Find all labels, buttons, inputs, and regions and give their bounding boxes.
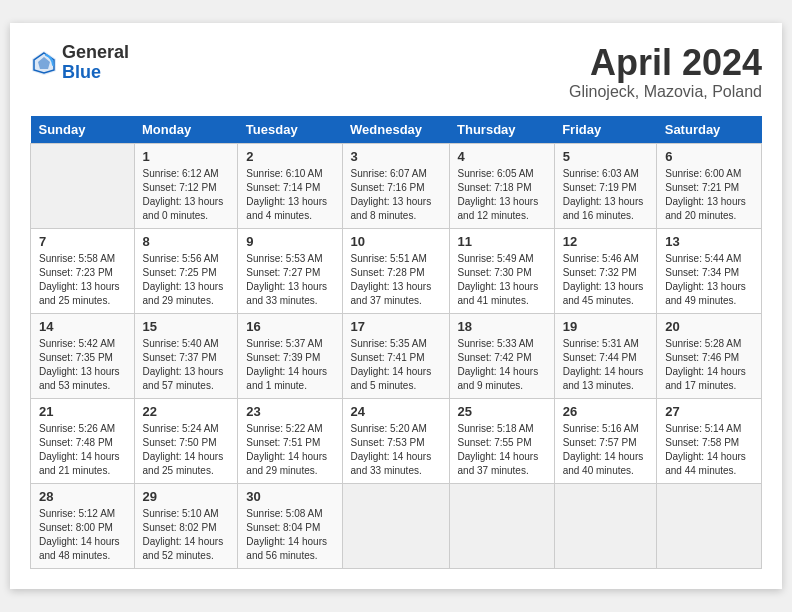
calendar-cell: 20Sunrise: 5:28 AMSunset: 7:46 PMDayligh…: [657, 313, 762, 398]
day-info: Sunrise: 5:58 AMSunset: 7:23 PMDaylight:…: [39, 252, 126, 308]
day-info: Sunrise: 5:35 AMSunset: 7:41 PMDaylight:…: [351, 337, 441, 393]
weekday-header-thursday: Thursday: [449, 116, 554, 144]
day-info: Sunrise: 5:14 AMSunset: 7:58 PMDaylight:…: [665, 422, 753, 478]
day-number: 13: [665, 234, 753, 249]
calendar-cell: 7Sunrise: 5:58 AMSunset: 7:23 PMDaylight…: [31, 228, 135, 313]
calendar-cell: 2Sunrise: 6:10 AMSunset: 7:14 PMDaylight…: [238, 143, 342, 228]
calendar-cell: 24Sunrise: 5:20 AMSunset: 7:53 PMDayligh…: [342, 398, 449, 483]
calendar-cell: 21Sunrise: 5:26 AMSunset: 7:48 PMDayligh…: [31, 398, 135, 483]
day-number: 18: [458, 319, 546, 334]
day-info: Sunrise: 5:24 AMSunset: 7:50 PMDaylight:…: [143, 422, 230, 478]
calendar-cell: 23Sunrise: 5:22 AMSunset: 7:51 PMDayligh…: [238, 398, 342, 483]
calendar-table: SundayMondayTuesdayWednesdayThursdayFrid…: [30, 116, 762, 569]
day-number: 20: [665, 319, 753, 334]
day-info: Sunrise: 5:40 AMSunset: 7:37 PMDaylight:…: [143, 337, 230, 393]
calendar-cell: 5Sunrise: 6:03 AMSunset: 7:19 PMDaylight…: [554, 143, 657, 228]
day-info: Sunrise: 5:33 AMSunset: 7:42 PMDaylight:…: [458, 337, 546, 393]
weekday-header-wednesday: Wednesday: [342, 116, 449, 144]
calendar-cell: 27Sunrise: 5:14 AMSunset: 7:58 PMDayligh…: [657, 398, 762, 483]
day-info: Sunrise: 5:56 AMSunset: 7:25 PMDaylight:…: [143, 252, 230, 308]
header-section: General Blue April 2024 Glinojeck, Mazov…: [30, 43, 762, 101]
day-info: Sunrise: 5:20 AMSunset: 7:53 PMDaylight:…: [351, 422, 441, 478]
day-info: Sunrise: 5:51 AMSunset: 7:28 PMDaylight:…: [351, 252, 441, 308]
calendar-cell: 17Sunrise: 5:35 AMSunset: 7:41 PMDayligh…: [342, 313, 449, 398]
day-info: Sunrise: 6:05 AMSunset: 7:18 PMDaylight:…: [458, 167, 546, 223]
day-number: 17: [351, 319, 441, 334]
day-info: Sunrise: 5:16 AMSunset: 7:57 PMDaylight:…: [563, 422, 649, 478]
weekday-header-tuesday: Tuesday: [238, 116, 342, 144]
logo-blue-text: Blue: [62, 63, 129, 83]
calendar-cell: 15Sunrise: 5:40 AMSunset: 7:37 PMDayligh…: [134, 313, 238, 398]
day-info: Sunrise: 5:18 AMSunset: 7:55 PMDaylight:…: [458, 422, 546, 478]
calendar-cell: 30Sunrise: 5:08 AMSunset: 8:04 PMDayligh…: [238, 483, 342, 568]
calendar-header: SundayMondayTuesdayWednesdayThursdayFrid…: [31, 116, 762, 144]
calendar-cell: 26Sunrise: 5:16 AMSunset: 7:57 PMDayligh…: [554, 398, 657, 483]
calendar-cell: 22Sunrise: 5:24 AMSunset: 7:50 PMDayligh…: [134, 398, 238, 483]
calendar-cell: [554, 483, 657, 568]
calendar-week-row: 21Sunrise: 5:26 AMSunset: 7:48 PMDayligh…: [31, 398, 762, 483]
day-info: Sunrise: 5:44 AMSunset: 7:34 PMDaylight:…: [665, 252, 753, 308]
day-info: Sunrise: 5:12 AMSunset: 8:00 PMDaylight:…: [39, 507, 126, 563]
calendar-cell: 4Sunrise: 6:05 AMSunset: 7:18 PMDaylight…: [449, 143, 554, 228]
day-number: 27: [665, 404, 753, 419]
calendar-cell: 11Sunrise: 5:49 AMSunset: 7:30 PMDayligh…: [449, 228, 554, 313]
weekday-header-saturday: Saturday: [657, 116, 762, 144]
day-info: Sunrise: 5:42 AMSunset: 7:35 PMDaylight:…: [39, 337, 126, 393]
day-info: Sunrise: 5:08 AMSunset: 8:04 PMDaylight:…: [246, 507, 333, 563]
calendar-week-row: 7Sunrise: 5:58 AMSunset: 7:23 PMDaylight…: [31, 228, 762, 313]
day-info: Sunrise: 5:22 AMSunset: 7:51 PMDaylight:…: [246, 422, 333, 478]
day-info: Sunrise: 6:03 AMSunset: 7:19 PMDaylight:…: [563, 167, 649, 223]
day-info: Sunrise: 5:37 AMSunset: 7:39 PMDaylight:…: [246, 337, 333, 393]
day-number: 4: [458, 149, 546, 164]
calendar-cell: 12Sunrise: 5:46 AMSunset: 7:32 PMDayligh…: [554, 228, 657, 313]
day-number: 2: [246, 149, 333, 164]
calendar-cell: 28Sunrise: 5:12 AMSunset: 8:00 PMDayligh…: [31, 483, 135, 568]
calendar-cell: 6Sunrise: 6:00 AMSunset: 7:21 PMDaylight…: [657, 143, 762, 228]
logo-icon: [30, 49, 58, 77]
day-number: 9: [246, 234, 333, 249]
day-info: Sunrise: 5:26 AMSunset: 7:48 PMDaylight:…: [39, 422, 126, 478]
calendar-cell: [449, 483, 554, 568]
day-number: 24: [351, 404, 441, 419]
day-number: 22: [143, 404, 230, 419]
weekday-header-row: SundayMondayTuesdayWednesdayThursdayFrid…: [31, 116, 762, 144]
day-number: 29: [143, 489, 230, 504]
day-number: 25: [458, 404, 546, 419]
day-info: Sunrise: 6:07 AMSunset: 7:16 PMDaylight:…: [351, 167, 441, 223]
day-info: Sunrise: 6:12 AMSunset: 7:12 PMDaylight:…: [143, 167, 230, 223]
calendar-week-row: 14Sunrise: 5:42 AMSunset: 7:35 PMDayligh…: [31, 313, 762, 398]
day-info: Sunrise: 5:10 AMSunset: 8:02 PMDaylight:…: [143, 507, 230, 563]
day-info: Sunrise: 6:00 AMSunset: 7:21 PMDaylight:…: [665, 167, 753, 223]
day-number: 23: [246, 404, 333, 419]
day-info: Sunrise: 5:31 AMSunset: 7:44 PMDaylight:…: [563, 337, 649, 393]
calendar-cell: 8Sunrise: 5:56 AMSunset: 7:25 PMDaylight…: [134, 228, 238, 313]
calendar-cell: 29Sunrise: 5:10 AMSunset: 8:02 PMDayligh…: [134, 483, 238, 568]
calendar-cell: 9Sunrise: 5:53 AMSunset: 7:27 PMDaylight…: [238, 228, 342, 313]
day-number: 26: [563, 404, 649, 419]
day-number: 28: [39, 489, 126, 504]
day-info: Sunrise: 6:10 AMSunset: 7:14 PMDaylight:…: [246, 167, 333, 223]
calendar-body: 1Sunrise: 6:12 AMSunset: 7:12 PMDaylight…: [31, 143, 762, 568]
calendar-week-row: 28Sunrise: 5:12 AMSunset: 8:00 PMDayligh…: [31, 483, 762, 568]
day-info: Sunrise: 5:53 AMSunset: 7:27 PMDaylight:…: [246, 252, 333, 308]
logo-text: General Blue: [62, 43, 129, 83]
day-number: 19: [563, 319, 649, 334]
weekday-header-friday: Friday: [554, 116, 657, 144]
logo: General Blue: [30, 43, 129, 83]
day-number: 5: [563, 149, 649, 164]
day-info: Sunrise: 5:28 AMSunset: 7:46 PMDaylight:…: [665, 337, 753, 393]
calendar-cell: 1Sunrise: 6:12 AMSunset: 7:12 PMDaylight…: [134, 143, 238, 228]
calendar-cell: 10Sunrise: 5:51 AMSunset: 7:28 PMDayligh…: [342, 228, 449, 313]
calendar-cell: 25Sunrise: 5:18 AMSunset: 7:55 PMDayligh…: [449, 398, 554, 483]
calendar-cell: [31, 143, 135, 228]
day-number: 10: [351, 234, 441, 249]
calendar-week-row: 1Sunrise: 6:12 AMSunset: 7:12 PMDaylight…: [31, 143, 762, 228]
day-number: 30: [246, 489, 333, 504]
weekday-header-sunday: Sunday: [31, 116, 135, 144]
day-info: Sunrise: 5:46 AMSunset: 7:32 PMDaylight:…: [563, 252, 649, 308]
calendar-cell: 13Sunrise: 5:44 AMSunset: 7:34 PMDayligh…: [657, 228, 762, 313]
day-number: 11: [458, 234, 546, 249]
day-number: 7: [39, 234, 126, 249]
day-number: 3: [351, 149, 441, 164]
calendar-cell: 14Sunrise: 5:42 AMSunset: 7:35 PMDayligh…: [31, 313, 135, 398]
